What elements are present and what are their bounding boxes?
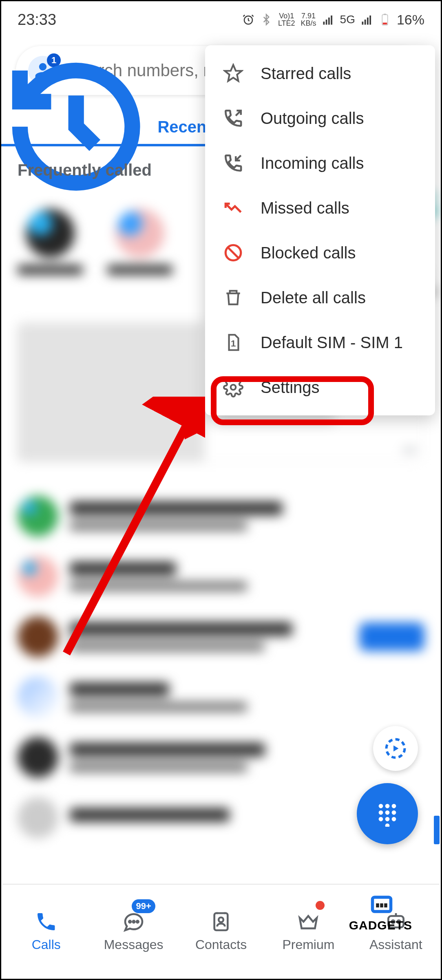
- svg-rect-2: [325, 20, 327, 25]
- svg-point-14: [385, 804, 390, 808]
- overflow-menu: Starred calls Outgoing calls Incoming ca…: [205, 45, 435, 415]
- frequent-contact[interactable]: [18, 209, 83, 298]
- menu-label: Default SIM - SIM 1: [261, 333, 403, 352]
- nav-premium[interactable]: Premium: [265, 885, 352, 978]
- svg-rect-6: [365, 20, 366, 25]
- svg-point-19: [379, 817, 383, 821]
- premium-dot: [316, 901, 325, 910]
- menu-blocked-calls[interactable]: Blocked calls: [205, 230, 435, 275]
- svg-rect-1: [323, 22, 325, 25]
- svg-point-13: [379, 804, 383, 808]
- call-log-item[interactable]: [18, 546, 424, 607]
- nav-calls[interactable]: Calls: [2, 885, 90, 978]
- status-bar: 23:33 Vo)1LTE2 7.91KB/s 5G 16%: [1, 1, 441, 38]
- sim-icon: 1: [223, 332, 243, 353]
- nav-contacts-label: Contacts: [195, 937, 247, 952]
- blocked-icon: [223, 243, 243, 263]
- nav-messages-label: Messages: [104, 937, 164, 952]
- network-type: 5G: [340, 13, 355, 26]
- menu-label: Delete all calls: [261, 289, 366, 307]
- nav-premium-label: Premium: [282, 937, 334, 952]
- svg-point-27: [219, 917, 223, 922]
- battery-icon: [379, 13, 391, 26]
- svg-point-24: [133, 920, 135, 923]
- side-handle[interactable]: [434, 816, 440, 844]
- dialpad-fab[interactable]: [357, 783, 418, 844]
- nav-assistant-label: Assistant: [369, 937, 422, 952]
- signal-icon: [322, 13, 334, 26]
- voice-icon: [383, 736, 408, 761]
- svg-rect-8: [369, 15, 371, 25]
- bluetooth-icon: [260, 13, 272, 26]
- menu-label: Settings: [261, 378, 320, 397]
- svg-point-15: [392, 804, 396, 808]
- svg-rect-3: [328, 18, 330, 25]
- menu-label: Incoming calls: [261, 154, 364, 172]
- gear-icon: [223, 377, 243, 397]
- nav-calls-label: Calls: [32, 937, 61, 952]
- watermark-icon: [367, 893, 396, 918]
- menu-delete-all[interactable]: Delete all calls: [205, 275, 435, 320]
- signal-icon-2: [361, 13, 373, 26]
- call-log-item[interactable]: [18, 727, 424, 788]
- svg-point-18: [392, 810, 396, 815]
- menu-label: Outgoing calls: [261, 109, 364, 128]
- menu-incoming-calls[interactable]: Incoming calls: [205, 141, 435, 185]
- svg-point-21: [392, 817, 396, 821]
- phone-icon: [35, 910, 57, 933]
- ad-label: Ad: [402, 444, 416, 457]
- voice-call-fab[interactable]: [373, 726, 418, 771]
- call-log-item[interactable]: [18, 667, 424, 727]
- outgoing-call-icon: [223, 108, 243, 128]
- svg-point-20: [385, 817, 390, 821]
- menu-starred-calls[interactable]: Starred calls: [205, 51, 435, 96]
- svg-point-25: [137, 920, 139, 923]
- tab-recents[interactable]: Recents: [1, 107, 221, 146]
- svg-point-23: [129, 920, 131, 923]
- sim-indicator: Vo)1LTE2: [278, 12, 295, 27]
- watermark-text: GADGETS: [349, 918, 412, 932]
- svg-point-17: [385, 810, 390, 815]
- call-log-item[interactable]: [18, 607, 424, 667]
- call-log-item[interactable]: [18, 486, 424, 546]
- status-time: 23:33: [18, 11, 56, 29]
- svg-point-16: [379, 810, 383, 815]
- frequent-contact[interactable]: [107, 209, 172, 298]
- incoming-call-icon: [223, 153, 243, 173]
- menu-missed-calls[interactable]: Missed calls: [205, 185, 435, 230]
- menu-default-sim[interactable]: 1 Default SIM - SIM 1: [205, 320, 435, 365]
- data-speed: 7.91KB/s: [301, 12, 316, 27]
- menu-settings[interactable]: Settings: [205, 365, 435, 410]
- missed-call-icon: [223, 198, 243, 218]
- svg-rect-5: [362, 22, 363, 25]
- svg-point-34: [231, 385, 236, 390]
- menu-label: Missed calls: [261, 199, 349, 217]
- crown-icon: [297, 910, 320, 933]
- svg-text:1: 1: [231, 338, 236, 349]
- nav-contacts[interactable]: Contacts: [177, 885, 265, 978]
- alarm-icon: [242, 13, 254, 26]
- svg-point-22: [385, 823, 390, 827]
- svg-rect-4: [331, 15, 332, 25]
- svg-rect-7: [367, 18, 369, 25]
- menu-label: Blocked calls: [261, 244, 356, 262]
- messages-badge: 99+: [132, 899, 155, 913]
- star-icon: [223, 63, 243, 84]
- dialpad-icon: [374, 801, 400, 827]
- svg-rect-11: [383, 23, 387, 25]
- trash-icon: [223, 287, 243, 308]
- battery-percent: 16%: [397, 12, 424, 28]
- menu-outgoing-calls[interactable]: Outgoing calls: [205, 96, 435, 141]
- nav-messages[interactable]: 99+ Messages: [90, 885, 177, 978]
- chat-icon: [122, 910, 145, 933]
- svg-rect-10: [384, 14, 386, 15]
- contacts-icon: [210, 910, 232, 933]
- menu-label: Starred calls: [261, 64, 351, 83]
